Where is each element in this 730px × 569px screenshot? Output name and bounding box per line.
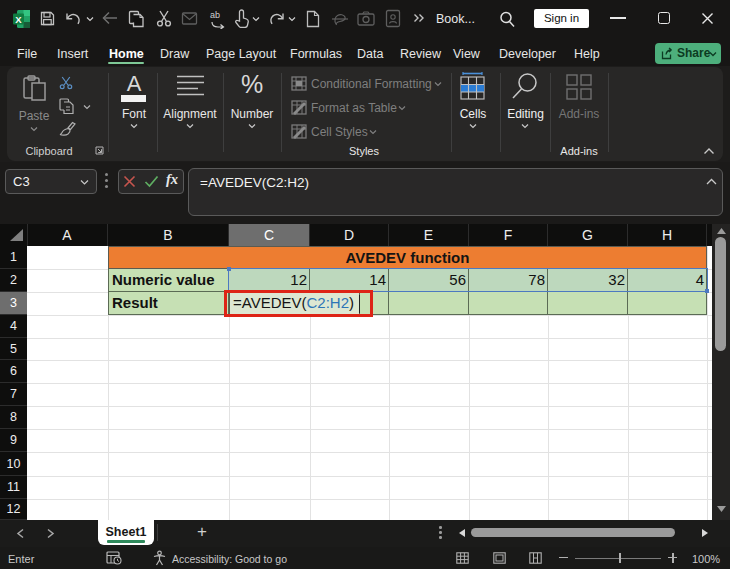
svg-text:ab: ab [210,10,220,20]
svg-text:X: X [15,14,22,25]
